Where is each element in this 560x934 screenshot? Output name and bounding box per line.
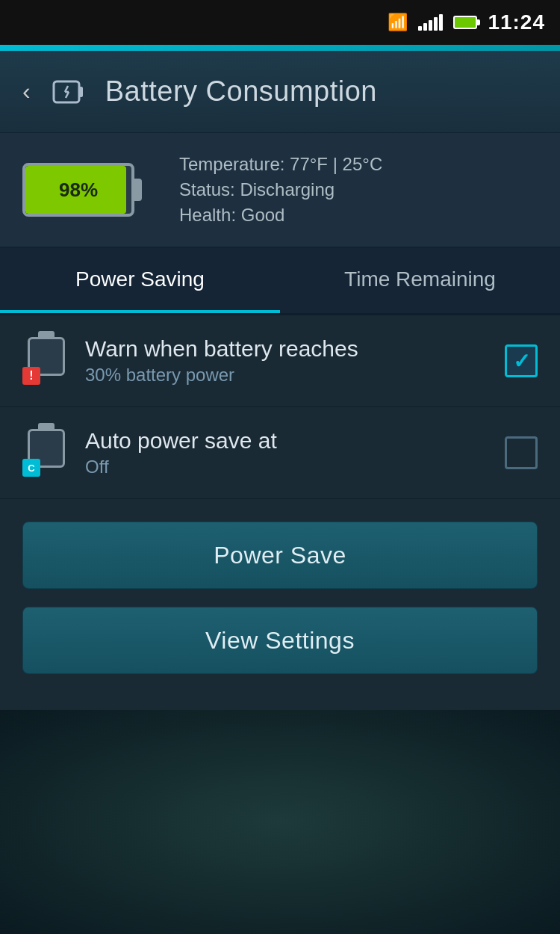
- header: ‹ Battery Consumption: [0, 51, 560, 133]
- tab-time-remaining[interactable]: Time Remaining: [280, 248, 560, 313]
- page-title: Battery Consumption: [105, 75, 377, 108]
- warn-battery-subtitle: 30% battery power: [85, 365, 490, 386]
- auto-power-save-subtitle: Off: [85, 457, 490, 477]
- battery-small-top: [38, 331, 55, 337]
- battery-small-top-2: [38, 423, 55, 429]
- warn-battery-title: Warn when battery reaches: [85, 336, 490, 362]
- buttons-section: Power Save View Settings: [0, 499, 560, 696]
- auto-power-save-title: Auto power save at: [85, 428, 490, 454]
- back-button[interactable]: ‹: [22, 78, 31, 105]
- auto-power-save-icon-wrap: C: [22, 429, 70, 477]
- view-settings-button[interactable]: View Settings: [22, 607, 538, 674]
- warn-battery-icon-wrap: !: [22, 337, 70, 385]
- settings-list: ! Warn when battery reaches 30% battery …: [0, 315, 560, 499]
- battery-status: Status: Discharging: [179, 179, 382, 200]
- auto-power-save-setting[interactable]: C Auto power save at Off: [0, 407, 560, 499]
- warning-badge: !: [22, 367, 40, 385]
- battery-graphic: 98%: [22, 163, 157, 217]
- battery-body: 98%: [22, 163, 134, 217]
- status-time: 11:24: [488, 10, 545, 34]
- checkmark-icon: ✓: [513, 349, 530, 374]
- wifi-icon: 📶: [388, 13, 408, 32]
- battery-percentage: 98%: [25, 179, 131, 202]
- auto-power-save-text: Auto power save at Off: [85, 428, 490, 477]
- battery-stats: Temperature: 77°F | 25°C Status: Dischar…: [179, 154, 382, 226]
- tabs-container: Power Saving Time Remaining: [0, 248, 560, 315]
- battery-info-panel: 98% Temperature: 77°F | 25°C Status: Dis…: [0, 133, 560, 248]
- status-bar: 📶 11:24: [0, 0, 560, 45]
- warn-battery-checkbox[interactable]: ✓: [505, 344, 538, 377]
- signal-icon: [418, 14, 443, 31]
- warn-battery-text: Warn when battery reaches 30% battery po…: [85, 336, 490, 386]
- battery-indicator-icon: [453, 16, 477, 29]
- power-save-button[interactable]: Power Save: [22, 522, 538, 589]
- svg-rect-1: [79, 87, 83, 97]
- battery-icon: [49, 72, 87, 111]
- auto-power-save-checkbox[interactable]: [505, 436, 538, 469]
- accent-bar: [0, 45, 560, 51]
- warn-battery-setting[interactable]: ! Warn when battery reaches 30% battery …: [0, 315, 560, 407]
- battery-tip: [134, 179, 142, 201]
- battery-health: Health: Good: [179, 205, 382, 226]
- cyan-badge: C: [22, 459, 40, 477]
- bottom-background: [0, 710, 560, 934]
- battery-temperature: Temperature: 77°F | 25°C: [179, 154, 382, 175]
- tab-power-saving[interactable]: Power Saving: [0, 248, 280, 313]
